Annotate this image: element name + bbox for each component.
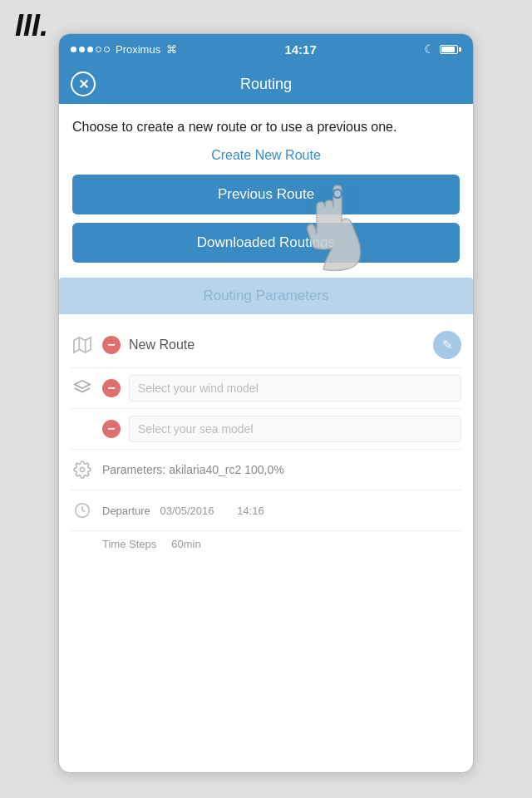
remove-sea-button[interactable]: − (102, 420, 121, 438)
status-left: Proximus ⌘ (71, 43, 177, 56)
clock-icon (71, 499, 94, 522)
status-right: ☾ (424, 42, 461, 56)
departure-time: 14:16 (237, 505, 264, 517)
map-icon (71, 333, 94, 357)
signal-dots (71, 47, 110, 52)
phone-frame: Proximus ⌘ 14:17 ☾ ✕ Routing (58, 33, 474, 773)
timesteps-text: Time Steps 60min (71, 538, 201, 550)
parameters-row: Parameters: akilaria40_rc2 100,0% (71, 450, 461, 490)
departure-info: Departure 03/05/2016 14:16 (102, 505, 264, 517)
status-time: 14:17 (284, 42, 316, 57)
signal-dot-4 (96, 47, 101, 52)
signal-dot-2 (79, 47, 85, 52)
sea-model-select[interactable]: Select your sea model (129, 416, 461, 442)
moon-icon: ☾ (424, 42, 435, 56)
downloaded-routings-button[interactable]: Downloaded Routings (72, 223, 460, 263)
carrier-name: Proximus (116, 43, 160, 56)
close-icon: ✕ (78, 76, 89, 92)
signal-dot-5 (104, 47, 110, 52)
pencil-icon: ✎ (442, 337, 453, 352)
new-route-row: − New Route ✎ (71, 323, 461, 368)
main-content: Choose to create a new route or to use a… (59, 104, 473, 263)
previous-route-button[interactable]: Previous Route (72, 175, 460, 214)
gear-icon (71, 458, 94, 481)
intro-text: Choose to create a new route or to use a… (72, 117, 460, 136)
route-name: New Route (129, 337, 425, 352)
timesteps-row: Time Steps 60min (71, 531, 461, 557)
status-bar: Proximus ⌘ 14:17 ☾ (59, 34, 473, 64)
routing-params-section: Routing Parameters − New Route ✎ (59, 278, 473, 565)
roman-numeral: III. (15, 8, 48, 43)
sea-model-row: − Select your sea model (71, 409, 461, 450)
header-title: Routing (106, 76, 426, 93)
battery-icon (440, 45, 461, 54)
create-new-route-link[interactable]: Create New Route (72, 148, 460, 163)
edit-route-button[interactable]: ✎ (433, 331, 461, 359)
timesteps-value: 60min (171, 538, 200, 550)
layers-icon (71, 377, 94, 400)
routing-params-header: Routing Parameters (59, 278, 473, 314)
wind-model-select[interactable]: Select your wind model (129, 375, 461, 401)
remove-route-button[interactable]: − (102, 336, 121, 354)
departure-row: Departure 03/05/2016 14:16 (71, 490, 461, 531)
signal-dot-3 (87, 47, 93, 52)
svg-marker-3 (75, 381, 90, 388)
signal-dot-1 (71, 47, 76, 52)
svg-marker-0 (74, 337, 91, 352)
departure-label: Departure (102, 505, 150, 517)
wifi-icon: ⌘ (166, 43, 177, 56)
svg-point-4 (80, 467, 85, 472)
timesteps-label: Time Steps (102, 538, 156, 550)
params-content: − New Route ✎ − Select your wi (59, 314, 473, 565)
parameters-text: Parameters: akilaria40_rc2 100,0% (102, 463, 284, 476)
app-header: ✕ Routing (59, 64, 473, 104)
remove-wind-button[interactable]: − (102, 379, 121, 397)
wind-model-row: − Select your wind model (71, 368, 461, 409)
departure-date: 03/05/2016 (160, 505, 214, 517)
close-button[interactable]: ✕ (71, 71, 96, 96)
